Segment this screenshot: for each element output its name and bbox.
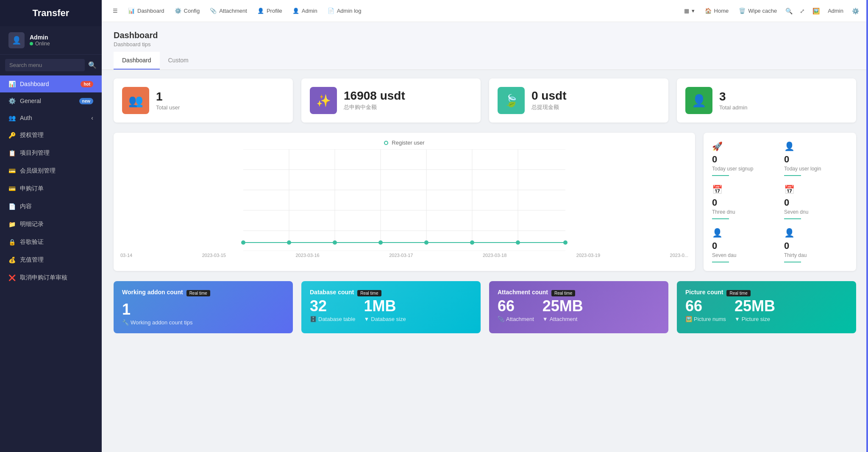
menu-toggle-button[interactable]: ☰ <box>108 5 122 17</box>
fullscreen-button[interactable]: ⤢ <box>796 5 808 17</box>
xaxis-label: 2023-03-15 <box>202 253 226 258</box>
sidebar-user: 👤 Admin Online <box>0 26 102 55</box>
picture-badge: Real time <box>726 290 750 296</box>
sidebar-item-google[interactable]: 🔒 谷歌验证 <box>0 233 102 251</box>
three-dnu-icon: 📅 <box>712 184 776 195</box>
sidebar-item-dashboard[interactable]: 📊 Dashboard hot <box>0 75 102 92</box>
app-logo: Transfer <box>0 0 102 26</box>
page-subtitle: Dashboard tips <box>114 41 856 47</box>
sidebar-item-records[interactable]: 📁 明细记录 <box>0 215 102 233</box>
sidebar-item-recharge[interactable]: 💰 充值管理 <box>0 251 102 269</box>
picture-values: 66 🖼️ Picture nums 25MB ▼ Picture size <box>685 297 848 322</box>
sidebar-item-member[interactable]: 💳 会员级别管理 <box>0 162 102 180</box>
home-button[interactable]: 🏠 Home <box>701 5 733 17</box>
tab-custom[interactable]: Custom <box>160 52 197 70</box>
grid-icon: ▦ <box>684 8 689 14</box>
sidebar-item-cancel[interactable]: ❌ 取消申购订单审核 <box>0 269 102 287</box>
topnav-settings-button[interactable]: ⚙️ <box>849 5 861 17</box>
home-icon: 🏠 <box>705 8 712 14</box>
svg-point-18 <box>516 240 520 245</box>
register-chart: Register user <box>114 133 695 271</box>
admin-name-label: Admin <box>828 8 843 14</box>
search-button[interactable]: 🔍 <box>88 61 97 69</box>
sidebar-item-label: 会员级别管理 <box>20 167 56 175</box>
sidebar-item-label: 授权管理 <box>20 131 44 139</box>
tab-dashboard[interactable]: Dashboard <box>114 52 160 70</box>
xaxis-label: 2023-03-18 <box>483 253 506 258</box>
chart-area <box>120 149 688 251</box>
new-badge: new <box>79 98 93 104</box>
seven-dau-label: Seven dau <box>712 252 776 258</box>
total-user-icon: 👥 <box>122 87 149 114</box>
wrench-icon: 🔧 <box>122 319 129 326</box>
grid-menu-button[interactable]: ▦ ▾ <box>680 5 699 17</box>
topnav-config[interactable]: ⚙️ Config <box>170 5 204 17</box>
total-withdraw-icon: 🍃 <box>498 87 525 114</box>
stat-today-login: 👤 0 Today user login <box>784 141 848 176</box>
signup-icon: 🚀 <box>712 141 776 151</box>
search-icon: 🔍 <box>785 8 793 14</box>
total-admin-value: 3 <box>719 91 747 103</box>
topnav-admin-icon: 👤 <box>292 8 299 14</box>
topnav-config-icon: ⚙️ <box>175 8 181 14</box>
wipe-cache-button[interactable]: 🗑️ Wipe cache <box>734 5 781 17</box>
topnav-admin-log[interactable]: 📄 Admin log <box>323 5 366 17</box>
bottom-card-database: Database count Real time 32 🗄️ Database … <box>301 281 481 333</box>
picture-size-icon: ▼ <box>734 316 740 322</box>
avatar-button[interactable]: 🖼️ <box>810 5 822 17</box>
sidebar-item-content[interactable]: 📄 内容 <box>0 198 102 215</box>
total-admin-label: Total admin <box>719 104 747 111</box>
sidebar-item-general[interactable]: ⚙️ General new <box>0 92 102 109</box>
main-content: ☰ 📊 Dashboard ⚙️ Config 📎 Attachment 👤 P… <box>102 0 868 452</box>
seven-dau-divider <box>712 262 729 262</box>
topnav-attachment[interactable]: 📎 Attachment <box>206 5 251 17</box>
user-avatar-icon: 🖼️ <box>812 8 820 14</box>
seven-dau-icon: 👤 <box>712 228 776 238</box>
topnav-dashboard-label: Dashboard <box>137 8 164 14</box>
sidebar-item-project[interactable]: 📋 项目列管理 <box>0 144 102 162</box>
working-addon-badge: Real time <box>186 290 210 296</box>
xaxis-label: 2023-03-17 <box>389 253 413 258</box>
seven-dnu-icon: 📅 <box>784 184 848 195</box>
attachment-icon: 📎 <box>498 316 504 322</box>
topnav-admin-name[interactable]: Admin <box>823 5 848 17</box>
auth-icon: 👥 <box>8 114 16 121</box>
sidebar-item-label: 申购订单 <box>20 185 44 193</box>
chart-svg <box>120 149 688 251</box>
avatar: 👤 <box>8 32 25 48</box>
search-input[interactable] <box>5 59 85 71</box>
sidebar-item-authorize[interactable]: 🔑 授权管理 <box>0 126 102 144</box>
topnav-profile-label: Profile <box>267 8 282 14</box>
total-withdraw-value: 0 usdt <box>531 90 566 102</box>
topnav-admin[interactable]: 👤 Admin <box>288 5 322 17</box>
xaxis-label: 2023-03-19 <box>576 253 600 258</box>
attachment-label2: ▼ Attachment <box>542 316 583 322</box>
topnav-dashboard[interactable]: 📊 Dashboard <box>124 5 169 17</box>
home-label: Home <box>714 8 729 14</box>
hamburger-icon: ☰ <box>113 8 118 14</box>
wipe-cache-icon: 🗑️ <box>739 8 746 14</box>
sidebar-item-order[interactable]: 💳 申购订单 <box>0 180 102 198</box>
stat-seven-dau: 👤 0 Seven dau <box>712 228 776 262</box>
sidebar: Transfer 👤 Admin Online 🔍 📊 Dashboard ho… <box>0 0 102 452</box>
topnav-attachment-icon: 📎 <box>210 8 217 14</box>
picture-value2: 25MB <box>734 297 775 315</box>
google-icon: 🔒 <box>8 239 16 246</box>
right-edge-bar <box>866 0 868 452</box>
topnav-admin-log-icon: 📄 <box>328 8 334 14</box>
search-topnav-button[interactable]: 🔍 <box>783 5 795 17</box>
database-value1: 32 <box>310 297 355 315</box>
topnav-profile[interactable]: 👤 Profile <box>253 5 287 17</box>
svg-point-12 <box>241 240 245 245</box>
picture-label2: ▼ Picture size <box>734 316 775 322</box>
picture-label1: 🖼️ Picture nums <box>685 316 726 322</box>
attachment-value2: 25MB <box>542 297 583 315</box>
authorize-icon: 🔑 <box>8 132 16 139</box>
stat-today-signup: 🚀 0 Today user signup <box>712 141 776 176</box>
total-purchase-label: 总申购中金额 <box>344 103 405 111</box>
seven-dnu-value: 0 <box>784 197 848 208</box>
sidebar-item-label: 明细记录 <box>20 220 44 228</box>
order-icon: 💳 <box>8 185 16 192</box>
sidebar-item-auth[interactable]: 👥 Auth ‹ <box>0 109 102 126</box>
working-addon-value: 1 <box>122 301 284 318</box>
